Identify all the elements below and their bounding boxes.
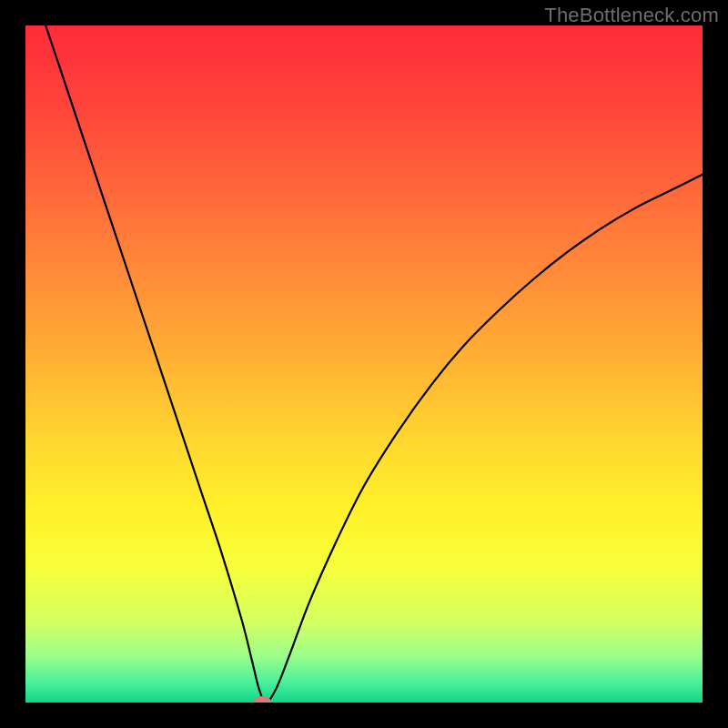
bottleneck-chart — [25, 25, 703, 703]
watermark-label: TheBottleneck.com — [544, 4, 719, 27]
chart-background — [25, 25, 703, 703]
chart-frame — [25, 25, 703, 703]
